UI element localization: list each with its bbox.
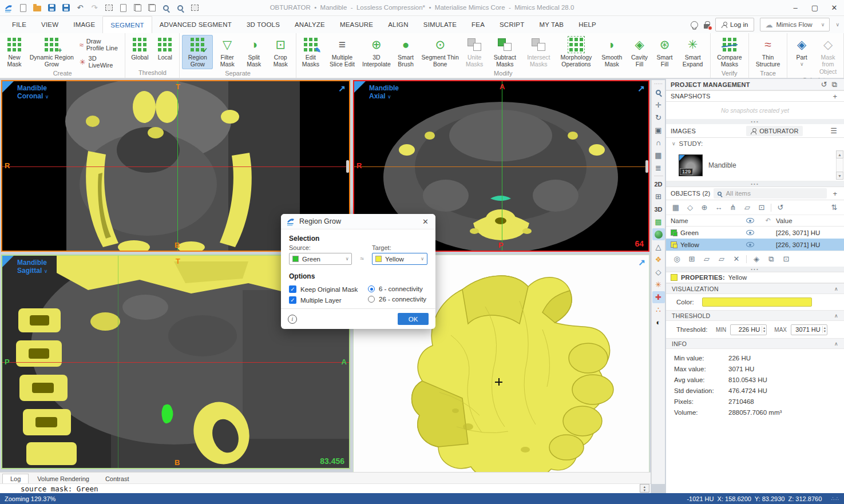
reset-layout-icon[interactable]: ↺	[819, 80, 830, 89]
magnet-tool-icon[interactable]: ∩	[652, 137, 665, 149]
hex-cluster-icon[interactable]: ❖	[652, 253, 665, 265]
new-folder-icon[interactable]: ▱	[700, 253, 713, 265]
login-button[interactable]: Log in	[715, 18, 754, 31]
sort-icon[interactable]: ⇅	[828, 202, 841, 213]
slice-scrollbar-handle[interactable]	[645, 160, 648, 173]
panel-splitter[interactable]: •••	[666, 181, 844, 186]
add-object-icon[interactable]: +	[830, 189, 839, 198]
threshold-max-input[interactable]: 3071 HU ▴▾	[791, 324, 827, 335]
info-section-header[interactable]: INFO ∧	[666, 338, 844, 349]
export-icon[interactable]	[118, 3, 128, 13]
tab-log[interactable]: Log	[2, 474, 29, 483]
images-menu-icon[interactable]: ☰	[828, 126, 839, 135]
tab-image[interactable]: IMAGE	[66, 16, 102, 33]
cavity-fill-button[interactable]: ◈ Cavity Fill	[628, 35, 652, 69]
mode-3d-label[interactable]: 3D	[652, 203, 665, 215]
draw-profile-line-button[interactable]: ≈ Draw Profile Line	[77, 37, 123, 52]
support-icon[interactable]	[691, 21, 698, 29]
log-scroll-spinner[interactable]: ▴▾	[640, 484, 649, 493]
tab-fea[interactable]: FEA	[464, 16, 492, 33]
tab-my-tab[interactable]: MY TAB	[532, 16, 571, 33]
filter-more-icon[interactable]: ⊡	[755, 202, 768, 213]
keep-original-mask-checkbox[interactable]: ✓ Keep Original Mask	[289, 285, 368, 293]
ribbon-collapse-chevron[interactable]: ∨	[835, 22, 839, 27]
tab-view[interactable]: VIEW	[34, 16, 66, 33]
delete-object-icon[interactable]: ✕	[730, 253, 743, 265]
dialog-close-icon[interactable]: ✕	[421, 217, 430, 226]
zoom-tool-icon[interactable]	[652, 86, 665, 98]
morphology-operations-button[interactable]: Morphology Operations	[556, 35, 596, 69]
compare-masks-button[interactable]: Compare Masks	[713, 35, 746, 69]
global-threshold-button[interactable]: Global	[128, 35, 152, 62]
tab-volume-rendering[interactable]: Volume Rendering	[30, 474, 97, 483]
filter-mask-button[interactable]: ▽ Filter Mask	[214, 35, 240, 69]
screenshot-icon[interactable]	[189, 3, 200, 13]
scroll-down-icon[interactable]: ▼	[836, 172, 843, 180]
visibility-column-icon[interactable]	[740, 218, 760, 223]
connectivity-26-radio[interactable]: 26 - connectivity	[368, 296, 426, 303]
crosshair-vertical[interactable]	[502, 81, 502, 251]
smart-brush-button[interactable]: ● Smart Brush	[393, 35, 419, 69]
duplicate-object-icon[interactable]: ⊡	[780, 253, 793, 265]
visibility-toggle[interactable]	[740, 230, 760, 235]
save-as-icon[interactable]	[61, 3, 71, 13]
layout-tiles-icon[interactable]: ▦	[652, 149, 665, 161]
adjust-sliders-icon[interactable]: ≣	[652, 162, 665, 174]
expand-viewport-icon[interactable]: ↗	[638, 257, 645, 268]
threshold-section-header[interactable]: THRESHOLD ∧	[666, 310, 844, 321]
ok-button[interactable]: OK	[398, 313, 429, 325]
dialog-titlebar[interactable]: Region Grow ✕	[281, 214, 435, 229]
local-threshold-button[interactable]: Local	[153, 35, 177, 62]
expand-viewport-icon[interactable]: ↗	[338, 84, 346, 94]
tab-measure[interactable]: MEASURE	[332, 16, 381, 33]
minimize-button[interactable]: –	[786, 0, 805, 15]
slice-scrollbar-handle[interactable]	[346, 160, 349, 173]
source-select[interactable]: Green ∨	[289, 253, 352, 265]
mask-color-picker[interactable]	[702, 297, 812, 307]
spinner-icons[interactable]: ▴▾	[822, 326, 827, 333]
open-project-icon[interactable]	[32, 3, 42, 13]
crosshair-vertical[interactable]	[118, 256, 118, 468]
table-row-yellow-mask[interactable]: Yellow [226, 3071] HU	[666, 239, 844, 251]
window-level-icon[interactable]: ▣	[652, 124, 665, 136]
study-item-mandible[interactable]: 129 Mandible ▲ ▼	[666, 149, 844, 181]
viewport-coronal-label[interactable]: Mandible Coronal ∨	[17, 84, 49, 101]
filter-folder-icon[interactable]: ▱	[741, 202, 754, 213]
crosshair-horizontal[interactable]	[354, 166, 648, 167]
mimics-flow-select[interactable]: ☁ Mimics Flow ∨	[760, 18, 830, 31]
zoom-in-icon[interactable]	[161, 3, 171, 13]
split-mask-button[interactable]: ◑ Split Mask	[241, 35, 266, 69]
viewport-sagittal-label[interactable]: Mandible Sagittal ∨	[17, 259, 47, 275]
tab-help[interactable]: HELP	[571, 16, 604, 33]
visualization-section-header[interactable]: VISUALIZATION ∧	[666, 283, 844, 294]
thin-structure-button[interactable]: ≈ Thin Structure	[751, 35, 784, 69]
threshold-min-input[interactable]: 226 HU ▴▾	[730, 324, 767, 335]
crosshair-vertical[interactable]	[177, 81, 178, 251]
tab-file[interactable]: FILE	[5, 16, 34, 33]
info-icon[interactable]: i	[288, 315, 297, 324]
add-snapshot-icon[interactable]: +	[830, 92, 839, 101]
sphere-render-icon[interactable]	[652, 228, 665, 240]
maximize-button[interactable]: ▢	[805, 0, 825, 15]
reset-filters-icon[interactable]: ↺	[774, 202, 787, 213]
multiple-slice-edit-button[interactable]: ≡ Multiple Slice Edit	[324, 35, 360, 69]
license-lock-icon[interactable]	[704, 24, 710, 29]
remove-folder-icon[interactable]: ▱	[715, 253, 728, 265]
mode-2d-label[interactable]: 2D	[652, 178, 665, 190]
filter-measure-icon[interactable]: ↔	[712, 202, 725, 213]
save-icon[interactable]	[46, 3, 57, 13]
popout-panel-icon[interactable]: ⧉	[830, 80, 839, 89]
copy-icon[interactable]	[132, 3, 142, 13]
study-group-row[interactable]: ∨ STUDY:	[666, 138, 844, 149]
subtract-masks-button[interactable]: Subtract Masks	[489, 35, 521, 69]
objects-header[interactable]: OBJECTS (2) All items +	[666, 186, 844, 200]
patient-chip[interactable]: OBTURATOR	[746, 126, 803, 136]
table-row-green-mask[interactable]: Green [226, 3071] HU	[666, 227, 844, 239]
crosshair-horizontal[interactable]	[2, 362, 349, 363]
tab-contrast[interactable]: Contrast	[98, 474, 137, 483]
new-mask-button[interactable]: New Mask	[2, 35, 26, 69]
smart-expand-button[interactable]: ✳ Smart Expand	[678, 35, 708, 69]
connectivity-6-radio[interactable]: 6 - connectivity	[368, 285, 426, 292]
images-header[interactable]: IMAGES OBTURATOR ☰	[666, 124, 844, 138]
part-dropdown-chevron[interactable]: ∨	[800, 61, 804, 67]
